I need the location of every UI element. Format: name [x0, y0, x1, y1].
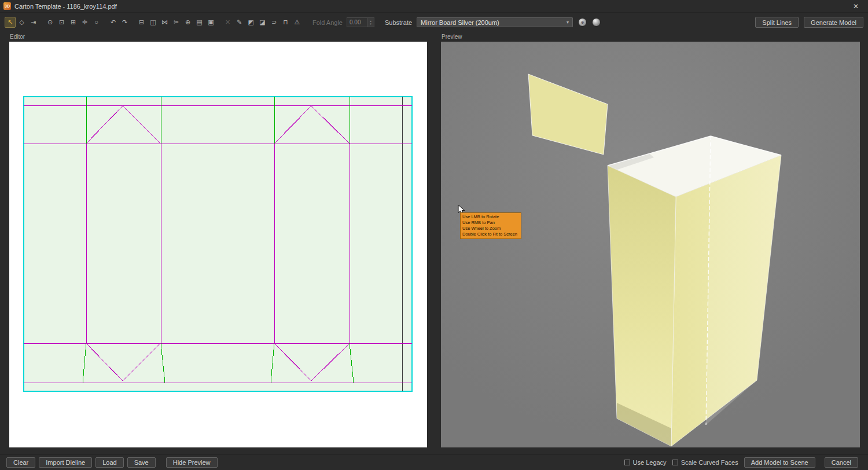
use-legacy-checkbox-box	[624, 460, 630, 465]
fold-angle-label: Fold Angle	[312, 19, 343, 26]
split-line-tool-icon: ⋈	[161, 19, 168, 25]
split-line-tool-button[interactable]: ⋈	[159, 17, 170, 28]
mirror-button[interactable]: ◫	[148, 17, 159, 28]
tooltip-line: Use LMB to Rotate	[462, 214, 519, 220]
duplicate-icon: ▣	[208, 19, 214, 25]
clear-button[interactable]: Clear	[6, 457, 35, 468]
preview-panel-label: Preview	[442, 34, 462, 40]
app-logo-icon: 3D	[3, 2, 11, 10]
zoom-tool-icon: ⊙	[47, 19, 53, 25]
footer-bar: ClearImport DielineLoadSaveHide Preview …	[0, 454, 868, 470]
substrate-material-sphere-button[interactable]	[592, 18, 601, 27]
fold-angle-stepper: ▴ ▾	[367, 17, 374, 27]
toolbar-right-group: Split Lines Generate Model	[755, 17, 863, 28]
footer-right-group: Use LegacyScale Curved FacesAdd Model to…	[624, 457, 862, 468]
cut-tool-icon: ✂	[174, 19, 179, 25]
line-table-icon: ▤	[196, 19, 202, 25]
delete-icon: ⊟	[139, 19, 144, 25]
carton-lid-flap	[528, 74, 608, 155]
warning-button[interactable]: ⚠	[292, 17, 303, 28]
zoom-selection-button[interactable]: ⊕	[182, 17, 193, 28]
fold-up-tool-icon: ◩	[248, 19, 253, 25]
fold-up-tool-button[interactable]: ◩	[245, 17, 256, 28]
draw-line-tool-button[interactable]: ✎	[234, 17, 245, 28]
attach-tool-icon: ⊃	[271, 19, 277, 25]
duplicate-button[interactable]: ▣	[205, 17, 216, 28]
toolbar-icon-group: ↖◇⇥⊙⊡⊞✛○↶↷⊟◫⋈✂⊕▤▣✕✎◩◪⊃⊓⚠	[5, 17, 303, 28]
delete-button[interactable]: ⊟	[136, 17, 147, 28]
zoom-region-tool-icon: ⊡	[59, 19, 64, 25]
dieline-drawing	[9, 42, 427, 447]
fold-down-tool-icon: ◪	[259, 19, 265, 25]
app-window: 3D Carton Template - 1186_kroy114.pdf ✕ …	[0, 0, 868, 470]
redo-button[interactable]: ↷	[119, 17, 130, 28]
select-tool-button[interactable]: ↖	[5, 17, 16, 28]
cancel-button[interactable]: Cancel	[825, 457, 858, 468]
tooltip-line: Use RMB to Pan	[462, 220, 519, 226]
zoom-tool-button[interactable]: ⊙	[45, 17, 56, 28]
close-button[interactable]: ✕	[847, 2, 865, 10]
scale-curved-faces-checkbox-box	[672, 460, 678, 465]
carton-3d-model	[441, 42, 860, 447]
line-table-button[interactable]: ▤	[194, 17, 205, 28]
node-edit-tool-icon: ◇	[19, 19, 24, 25]
editor-panel-label: Editor	[10, 34, 25, 40]
undo-button[interactable]: ↶	[108, 17, 119, 28]
use-legacy-checkbox-label: Use Legacy	[633, 459, 667, 466]
window-title: Carton Template - 1186_kroy114.pdf	[14, 3, 117, 10]
select-tool-icon: ↖	[8, 19, 13, 25]
hide-preview-button[interactable]: Hide Preview	[166, 457, 218, 468]
zoom-selection-icon: ⊕	[185, 19, 190, 25]
move-point-tool-button[interactable]: ⇥	[28, 17, 39, 28]
editor-canvas[interactable]	[9, 42, 427, 447]
tooltip-line: Use Wheel to Zoom	[462, 226, 519, 232]
substrate-dropdown[interactable]: Mirror Board Silver (200um) ▾	[417, 17, 573, 27]
generate-model-button[interactable]: Generate Model	[804, 17, 863, 28]
import-dieline-button[interactable]: Import Dieline	[39, 457, 92, 468]
load-button[interactable]: Load	[95, 457, 123, 468]
move-point-tool-icon: ⇥	[31, 19, 36, 25]
pan-tool-icon: ✛	[82, 19, 87, 25]
node-edit-tool-button[interactable]: ◇	[16, 17, 27, 28]
lasso-select-tool-icon: ○	[94, 19, 98, 25]
attach-tool-button[interactable]: ⊃	[269, 17, 279, 28]
substrate-target-button[interactable]: ⊕	[578, 18, 587, 27]
undo-icon: ↶	[111, 19, 116, 25]
fit-view-icon: ⊞	[71, 19, 76, 25]
preview-viewport[interactable]: Use LMB to RotateUse RMB to PanUse Wheel…	[441, 42, 860, 447]
fold-angle-field: 0.00 ▴ ▾	[347, 17, 374, 27]
mirror-icon: ◫	[150, 19, 156, 25]
scale-curved-faces-checkbox-label: Scale Curved Faces	[681, 459, 738, 466]
dieline-outer-cut	[24, 97, 412, 391]
clear-selection-icon: ✕	[225, 19, 230, 25]
chevron-down-icon: ▾	[567, 20, 569, 25]
draw-line-tool-icon: ✎	[237, 19, 242, 25]
save-button[interactable]: Save	[127, 457, 156, 468]
viewport-help-tooltip: Use LMB to RotateUse RMB to PanUse Wheel…	[460, 212, 521, 239]
substrate-label: Substrate	[385, 19, 412, 26]
panel-tool-icon: ⊓	[283, 19, 288, 25]
use-legacy-checkbox[interactable]: Use Legacy	[624, 459, 667, 466]
tooltip-line: Double Click to Fit to Screen	[462, 232, 519, 237]
cut-tool-button[interactable]: ✂	[171, 17, 182, 28]
warning-icon: ⚠	[295, 19, 300, 25]
titlebar[interactable]: 3D Carton Template - 1186_kroy114.pdf ✕	[0, 0, 868, 13]
fold-angle-input[interactable]: 0.00	[347, 17, 367, 27]
zoom-region-tool-button[interactable]: ⊡	[56, 17, 67, 28]
add-model-to-scene-button[interactable]: Add Model to Scene	[744, 457, 815, 468]
fit-view-button[interactable]: ⊞	[68, 17, 79, 28]
scale-curved-faces-checkbox[interactable]: Scale Curved Faces	[672, 459, 738, 466]
carton-right-panel-strip	[706, 136, 781, 425]
clear-selection-button: ✕	[222, 17, 233, 28]
split-lines-button[interactable]: Split Lines	[755, 17, 799, 28]
fold-down-tool-button[interactable]: ◪	[257, 17, 268, 28]
toolbar: ↖◇⇥⊙⊡⊞✛○↶↷⊟◫⋈✂⊕▤▣✕✎◩◪⊃⊓⚠ Fold Angle 0.00…	[0, 13, 868, 32]
redo-icon: ↷	[122, 19, 127, 25]
lasso-select-tool-button[interactable]: ○	[91, 17, 102, 28]
footer-left-group: ClearImport DielineLoadSaveHide Preview	[6, 457, 221, 468]
fold-angle-spin-down-button[interactable]: ▾	[370, 23, 372, 25]
substrate-dropdown-value: Mirror Board Silver (200um)	[421, 19, 499, 26]
pan-tool-button[interactable]: ✛	[79, 17, 90, 28]
panel-tool-button[interactable]: ⊓	[280, 17, 291, 28]
